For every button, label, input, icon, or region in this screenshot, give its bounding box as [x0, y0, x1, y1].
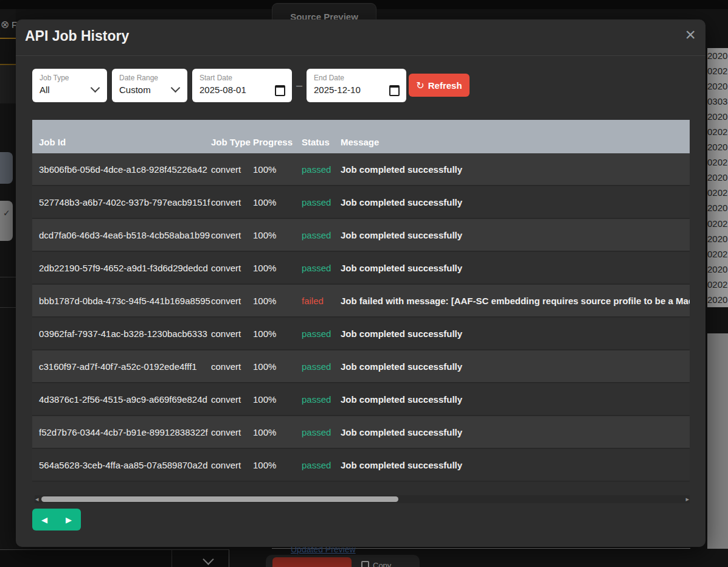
bg-clipped-number: 0202 [707, 246, 728, 262]
cell-status: passed [302, 186, 341, 218]
table-row[interactable]: 527748b3-a6b7-402c-937b-797eacb9151fconv… [32, 186, 690, 219]
cell-progress: 100% [253, 416, 302, 448]
column-header-status: Status [302, 120, 341, 153]
cell-progress: 100% [253, 252, 302, 284]
cell-progress: 100% [253, 449, 302, 481]
bg-clipped-number: 2020 [707, 139, 728, 155]
bg-clipped-number: 0202 [707, 277, 728, 292]
bg-clipped-number: 2020 [707, 48, 728, 63]
api-job-history-modal: API Job History × Job Type All Date Rang… [16, 19, 705, 547]
refresh-button[interactable]: ↻ Refresh [409, 74, 470, 97]
cell-progress: 100% [253, 383, 302, 415]
bg-checkbox-stub[interactable]: ✓ [0, 201, 13, 241]
bg-left-tab-stub[interactable] [0, 152, 13, 184]
date-range-select[interactable]: Date Range Custom [112, 69, 187, 102]
table-row[interactable]: f52d7b76-0344-4cb7-b91e-89912838322fconv… [32, 416, 690, 449]
bg-bottom-left-panel [0, 549, 229, 567]
bg-left-strip [0, 39, 16, 64]
cell-progress: 100% [253, 285, 302, 316]
bg-clipped-number: 2020 [707, 231, 728, 246]
cell-status: passed [302, 383, 341, 415]
cell-status: passed [302, 449, 341, 481]
cell-job-type: convert [211, 318, 253, 349]
bg-right-panel [707, 333, 728, 549]
bg-clipped-number: 0303 [707, 94, 728, 109]
cell-status: passed [302, 416, 341, 448]
bg-clipped-number: 0202 [707, 63, 728, 78]
table-row[interactable]: 2db22190-57f9-4652-a9d1-f3d6d29dedcdconv… [32, 252, 690, 285]
table-row[interactable]: 03962faf-7937-41ac-b328-1230bacb6333conv… [32, 318, 690, 350]
column-header-job-type: Job Type [211, 120, 253, 153]
end-date-value: 2025-12-10 [314, 83, 400, 97]
horizontal-scrollbar[interactable]: ◂ ▸ [35, 495, 690, 503]
cell-job-id: 3b606fb6-056d-4dce-a1c8-928f45226a42 [32, 153, 211, 185]
job-type-select[interactable]: Job Type All [32, 69, 107, 102]
cell-message: Job completed successfully [341, 186, 690, 218]
table-row[interactable]: c3160f97-ad7f-40f7-a52c-0192ede4fff1conv… [32, 350, 690, 383]
bg-divider [0, 277, 16, 277]
cell-job-type: convert [211, 449, 253, 481]
download-icon: ↓ [283, 565, 287, 567]
refresh-icon: ↻ [416, 80, 424, 91]
start-date-label: Start Date [199, 74, 286, 82]
scroll-right-icon[interactable]: ▸ [685, 496, 689, 503]
clipboard-icon [361, 561, 369, 567]
bg-clipped-number: 2020 [707, 78, 728, 94]
cell-message: Job completed successfully [341, 252, 690, 284]
job-type-label: Job Type [40, 74, 101, 82]
table-row[interactable]: 564a5628-3ceb-4ffa-aa85-07a589870a2dconv… [32, 449, 690, 482]
column-header-job-id: Job Id [32, 120, 211, 153]
start-date-input[interactable]: Start Date 2025-08-01 [192, 69, 292, 102]
scrollbar-thumb[interactable] [41, 496, 398, 502]
end-date-input[interactable]: End Date 2025-12-10 [307, 69, 406, 102]
cell-message: Job completed successfully [341, 449, 690, 481]
cell-job-id: f52d7b76-0344-4cb7-b91e-89912838322f [32, 416, 211, 448]
prev-page-button[interactable]: ◀ [32, 509, 57, 530]
copy-button-label: Copy [373, 561, 391, 567]
filter-bar: Job Type All Date Range Custom Start Dat… [32, 68, 470, 102]
bg-divider [0, 307, 16, 308]
end-date-label: End Date [314, 74, 400, 82]
calendar-icon[interactable] [275, 85, 285, 96]
cell-job-id: 564a5628-3ceb-4ffa-aa85-07a589870a2d [32, 449, 211, 481]
scroll-left-icon[interactable]: ◂ [35, 496, 39, 503]
table-header-row: Job Id Job Type Progress Status Message [32, 120, 690, 153]
cell-job-id: bbb1787d-0bda-473c-94f5-441b169a8595 [32, 285, 211, 316]
cell-status: passed [302, 153, 341, 185]
bg-clipped-number: 0202 [707, 155, 728, 170]
refresh-button-label: Refresh [428, 80, 462, 91]
column-header-message: Message [341, 120, 690, 153]
table-row[interactable]: 3b606fb6-056d-4dce-a1c8-928f45226a42conv… [32, 153, 690, 186]
table-row[interactable]: bbb1787d-0bda-473c-94f5-441b169a8595conv… [32, 285, 690, 318]
cell-message: Job failed with message: [AAF-SC embeddi… [341, 285, 690, 316]
date-range-label: Date Range [119, 74, 181, 82]
pagination: ◀ ▶ [32, 509, 81, 530]
calendar-icon[interactable] [389, 85, 400, 96]
start-date-value: 2025-08-01 [199, 83, 286, 97]
copy-button[interactable]: Copy [361, 561, 391, 567]
circle-x-icon[interactable]: ⊗ [1, 18, 9, 31]
table-row[interactable]: dcd7fa06-46d3-4ea6-b518-4cb58aba1b99conv… [32, 219, 690, 252]
bg-clipped-number: 0202 [707, 216, 728, 231]
cell-job-id: 03962faf-7937-41ac-b328-1230bacb6333 [32, 318, 211, 349]
cell-job-type: convert [211, 383, 253, 415]
bg-left-strip [0, 65, 16, 103]
cell-status: passed [302, 219, 341, 251]
bg-clipped-number: 2020 [707, 262, 728, 277]
convert-button[interactable]: ↓ Convert TTML [272, 557, 352, 567]
next-page-button[interactable]: ▶ [57, 509, 81, 530]
convert-button-label: Convert TTML [291, 565, 341, 567]
bg-clipped-number: 2020 [707, 170, 728, 185]
cell-message: Job completed successfully [341, 416, 690, 448]
close-icon[interactable]: × [685, 26, 696, 44]
cell-status: passed [302, 252, 341, 284]
cell-job-id: 527748b3-a6b7-402c-937b-797eacb9151f [32, 186, 211, 218]
cell-message: Job completed successfully [341, 153, 690, 185]
cell-job-type: convert [211, 285, 253, 316]
cell-job-id: dcd7fa06-46d3-4ea6-b518-4cb58aba1b99 [32, 219, 211, 251]
bg-right-rows: 2020020220200303202002022020020220200202… [707, 48, 728, 307]
bg-divider [172, 550, 172, 567]
date-range-value: Custom [119, 83, 181, 97]
cell-message: Job completed successfully [341, 219, 690, 251]
table-row[interactable]: 4d3876c1-2f56-4515-a9c9-a669f69e824dconv… [32, 383, 690, 416]
